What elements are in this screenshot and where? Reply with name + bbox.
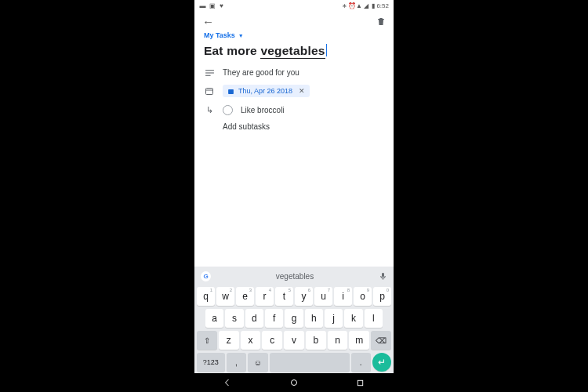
- key-l[interactable]: l: [365, 309, 383, 328]
- task-title-input[interactable]: Eat more vegetables: [194, 42, 394, 64]
- svg-point-6: [291, 380, 296, 386]
- google-icon[interactable]: G: [201, 271, 211, 281]
- list-selector-label: My Tasks: [204, 31, 235, 39]
- subtask-checkbox[interactable]: [223, 105, 233, 115]
- text-cursor: [326, 44, 327, 56]
- key-p[interactable]: p0: [373, 287, 391, 306]
- emoji-key[interactable]: ☺: [248, 353, 267, 372]
- status-bar: ▬ ▣ ♥ ∗ ⏰ ▲ ◢ ▮ 6:52: [194, 0, 394, 11]
- calendar-icon: [204, 86, 215, 96]
- shift-key[interactable]: ⇧: [197, 331, 217, 350]
- backspace-key[interactable]: ⌫: [371, 331, 391, 350]
- add-subtasks-button[interactable]: Add subtasks: [194, 119, 394, 131]
- notif-icon: ▬: [199, 2, 206, 9]
- subtask-arrow-icon: ↳: [204, 105, 215, 115]
- key-v[interactable]: v: [284, 331, 304, 350]
- mic-icon[interactable]: [379, 271, 387, 281]
- battery-icon: ▮: [369, 2, 376, 9]
- keyboard: G vegetables q1w2e3r4t5y6u7i8o9p0 asdfgh…: [194, 267, 394, 373]
- chevron-down-icon: ▼: [238, 33, 244, 38]
- key-g[interactable]: g: [285, 309, 303, 328]
- android-nav-bar: [194, 373, 394, 392]
- back-icon[interactable]: ←: [202, 16, 214, 27]
- date-row: Thu, Apr 26 2018 ✕: [194, 81, 394, 101]
- period-key[interactable]: .: [351, 353, 371, 372]
- key-k[interactable]: k: [344, 309, 362, 328]
- subtask-row: ↳ Like broccoli: [194, 101, 394, 119]
- date-chip-label: Thu, Apr 26 2018: [238, 87, 292, 95]
- key-w[interactable]: w2: [216, 287, 234, 306]
- svg-rect-3: [206, 89, 213, 95]
- list-selector[interactable]: My Tasks ▼: [194, 31, 394, 42]
- comma-key[interactable]: ,: [227, 353, 246, 372]
- delete-icon[interactable]: [376, 16, 386, 27]
- nav-back-icon[interactable]: [222, 377, 233, 388]
- key-m[interactable]: m: [349, 331, 369, 350]
- key-h[interactable]: h: [305, 309, 323, 328]
- status-time: 6:52: [376, 2, 389, 9]
- subtask-label[interactable]: Like broccoli: [241, 106, 285, 114]
- signal-icon: ◢: [362, 2, 369, 9]
- svg-rect-7: [358, 380, 362, 385]
- key-z[interactable]: z: [219, 331, 239, 350]
- alarm-icon: ⏰: [348, 2, 355, 9]
- key-r[interactable]: r4: [256, 287, 274, 306]
- wifi-icon: ▲: [355, 2, 362, 9]
- suggestion-bar: G vegetables: [194, 267, 394, 285]
- phone-frame: ▬ ▣ ♥ ∗ ⏰ ▲ ◢ ▮ 6:52 ← My Tasks ▼ Eat mo…: [194, 0, 394, 392]
- key-b[interactable]: b: [306, 331, 326, 350]
- key-q[interactable]: q1: [197, 287, 215, 306]
- key-e[interactable]: e3: [236, 287, 254, 306]
- details-row[interactable]: They are good for you: [194, 64, 394, 81]
- symbols-key[interactable]: ?123: [197, 353, 225, 372]
- key-i[interactable]: i8: [334, 287, 352, 306]
- key-a[interactable]: a: [205, 309, 223, 328]
- key-j[interactable]: j: [325, 309, 343, 328]
- key-n[interactable]: n: [328, 331, 348, 350]
- svg-rect-5: [228, 89, 234, 93]
- key-t[interactable]: t5: [275, 287, 293, 306]
- key-o[interactable]: o9: [354, 287, 372, 306]
- close-icon[interactable]: ✕: [296, 87, 305, 95]
- date-chip[interactable]: Thu, Apr 26 2018 ✕: [223, 85, 310, 97]
- key-u[interactable]: u7: [314, 287, 332, 306]
- details-text: They are good for you: [223, 68, 299, 77]
- nav-recent-icon[interactable]: [355, 377, 366, 388]
- heart-icon: ♥: [218, 2, 225, 9]
- key-d[interactable]: d: [245, 309, 263, 328]
- key-c[interactable]: c: [262, 331, 282, 350]
- app-bar: ←: [194, 11, 394, 31]
- suggestion-word[interactable]: vegetables: [211, 272, 379, 281]
- space-key[interactable]: [270, 353, 350, 372]
- notif-icon: ▣: [209, 2, 216, 9]
- calendar-icon: [227, 88, 234, 95]
- key-y[interactable]: y6: [295, 287, 313, 306]
- enter-key[interactable]: ↵: [372, 353, 391, 372]
- nav-home-icon[interactable]: [289, 377, 299, 388]
- notes-icon: [204, 69, 215, 77]
- key-f[interactable]: f: [265, 309, 283, 328]
- key-x[interactable]: x: [241, 331, 261, 350]
- key-s[interactable]: s: [225, 309, 243, 328]
